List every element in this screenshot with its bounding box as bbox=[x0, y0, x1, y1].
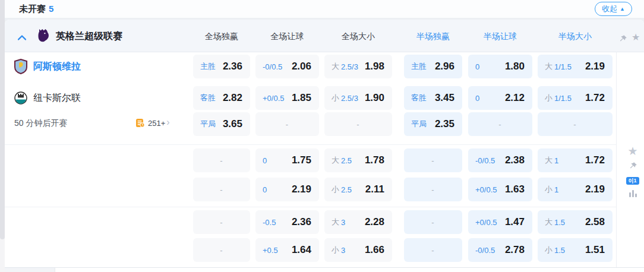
no-odds-dash: - bbox=[431, 185, 434, 194]
group-divider bbox=[5, 207, 616, 207]
odds-cell[interactable]: 小12.19 bbox=[538, 178, 613, 201]
stats-chart-icon[interactable] bbox=[629, 189, 637, 199]
odds-label: -0.5 bbox=[263, 218, 276, 227]
more-markets-link[interactable]: 251+ › bbox=[135, 118, 170, 128]
odds-cell[interactable]: 主胜2.96 bbox=[404, 55, 462, 78]
odds-cell[interactable]: 小1.51.51 bbox=[538, 238, 613, 262]
odds-cell-empty: - bbox=[538, 112, 613, 136]
odds-value: 1.90 bbox=[365, 92, 384, 104]
score-history-badge[interactable]: 0|1 bbox=[626, 177, 639, 185]
odds-row-draw: 50 分钟后开赛 251+ › 平局3.65 - - 平局2.35 - - bbox=[5, 112, 616, 136]
odds-cell[interactable]: 小2.52.11 bbox=[324, 178, 392, 201]
triangle-up-icon: ▲ bbox=[620, 7, 625, 12]
away-team-crest-icon bbox=[14, 91, 27, 105]
odds-label: 平局 bbox=[411, 119, 427, 129]
odds-cell[interactable]: 02.19 bbox=[255, 178, 319, 201]
odds-label: 0 bbox=[263, 156, 267, 165]
odds-cell-empty: - bbox=[468, 112, 532, 136]
odds-label: -0/0.5 bbox=[263, 62, 282, 71]
odds-cell[interactable]: +0/0.51.63 bbox=[468, 178, 532, 201]
left-scrollbar-track[interactable] bbox=[0, 0, 5, 272]
start-time-info: 50 分钟后开赛 bbox=[14, 118, 67, 129]
odds-cell[interactable]: 小2.5/31.90 bbox=[324, 86, 392, 110]
left-scrollbar-thumb[interactable] bbox=[0, 0, 5, 239]
column-header-full-1x2: 全场独赢 bbox=[193, 30, 250, 42]
column-header-full-handicap: 全场让球 bbox=[255, 30, 319, 42]
side-label: 大 bbox=[332, 155, 339, 166]
odds-cell[interactable]: +0/0.51.47 bbox=[468, 210, 532, 234]
odds-value: 2.06 bbox=[292, 61, 311, 72]
odds-cell[interactable]: 01.75 bbox=[255, 148, 319, 172]
odds-cell-empty: - bbox=[255, 112, 319, 136]
side-label: 小 bbox=[332, 93, 339, 103]
odds-value: 1.72 bbox=[585, 154, 605, 166]
odds-cell[interactable]: 主胜2.36 bbox=[193, 55, 250, 78]
odds-value: 1.63 bbox=[505, 184, 525, 195]
league-header: 英格兰超级联赛 全场独赢 全场让球 全场大小 半场独赢 半场让球 半场大小 ★ bbox=[5, 20, 644, 52]
odds-value: 1.78 bbox=[365, 154, 384, 166]
odds-cell-empty: - bbox=[324, 112, 392, 136]
odds-cell[interactable]: 02.12 bbox=[468, 86, 532, 110]
odds-value: 1.51 bbox=[585, 244, 605, 256]
odds-cell[interactable]: 小1/1.51.72 bbox=[538, 86, 613, 110]
odds-label: 1.5 bbox=[554, 218, 565, 227]
away-team[interactable]: 纽卡斯尔联 bbox=[14, 86, 81, 110]
odds-cell[interactable]: 客胜2.82 bbox=[193, 86, 250, 110]
odds-cell[interactable]: 大1/1.52.19 bbox=[538, 55, 613, 78]
odds-cell[interactable]: -0/0.52.78 bbox=[468, 238, 532, 262]
odds-cell[interactable]: 平局3.65 bbox=[193, 112, 250, 136]
side-label: 大 bbox=[545, 61, 553, 72]
odds-label: +0/0.5 bbox=[263, 94, 285, 103]
odds-cell[interactable]: -0.52.36 bbox=[255, 210, 319, 234]
odds-cell[interactable]: +0.51.64 bbox=[255, 238, 319, 262]
next-section-preview bbox=[5, 267, 644, 272]
away-team-name[interactable]: 纽卡斯尔联 bbox=[33, 92, 81, 105]
status-count: 5 bbox=[49, 4, 53, 14]
odds-label: 1/1.5 bbox=[554, 62, 572, 71]
odds-label: 0 bbox=[263, 185, 267, 194]
odds-label: +0/0.5 bbox=[475, 218, 497, 227]
side-label: 小 bbox=[545, 245, 553, 255]
odds-value: 1.72 bbox=[585, 92, 605, 104]
odds-cell[interactable]: 客胜3.45 bbox=[404, 86, 462, 110]
chevron-up-icon[interactable] bbox=[18, 32, 26, 43]
pin-icon[interactable] bbox=[618, 34, 627, 46]
odds-cell-empty: - bbox=[404, 148, 462, 172]
odds-cell[interactable]: 大2.51.78 bbox=[324, 148, 392, 172]
home-team-crest-icon bbox=[14, 59, 27, 74]
odds-label: 主胜 bbox=[200, 61, 216, 72]
odds-cell[interactable]: 大32.28 bbox=[324, 210, 392, 234]
odds-cell[interactable]: +0/0.51.85 bbox=[255, 86, 319, 110]
odds-cell[interactable]: 平局2.35 bbox=[404, 112, 462, 136]
odds-cell[interactable]: 小31.66 bbox=[324, 238, 392, 262]
status-filter-tab[interactable]: 未开赛5 bbox=[19, 4, 53, 15]
odds-value: 2.35 bbox=[435, 118, 454, 130]
collapse-button[interactable]: 收起 ▲ bbox=[595, 2, 632, 16]
odds-value: 2.11 bbox=[365, 184, 384, 195]
odds-label: 0 bbox=[475, 62, 479, 71]
odds-row-alt: - 01.75 大2.51.78 - -0/0.52.38 大11.72 bbox=[5, 148, 616, 172]
odds-value: 3.65 bbox=[223, 118, 242, 130]
no-odds-dash: - bbox=[220, 218, 222, 227]
odds-cell[interactable]: -0/0.52.06 bbox=[255, 55, 319, 78]
odds-cell[interactable]: 大11.72 bbox=[538, 148, 613, 172]
odds-label: 2.5/3 bbox=[341, 62, 358, 71]
odds-label: 3 bbox=[341, 218, 345, 227]
favorite-star-icon[interactable]: ★ bbox=[627, 146, 637, 157]
home-team[interactable]: 阿斯顿维拉 bbox=[14, 55, 81, 78]
status-label: 未开赛 bbox=[19, 4, 46, 14]
more-markets-count: 251+ bbox=[148, 119, 165, 128]
odds-cell[interactable]: 大1.52.58 bbox=[538, 210, 613, 234]
odds-cell[interactable]: 大2.5/31.98 bbox=[324, 55, 392, 78]
odds-cell[interactable]: -0/0.52.38 bbox=[468, 148, 532, 172]
odds-value: 1.75 bbox=[292, 154, 311, 166]
odds-value: 2.38 bbox=[505, 154, 525, 166]
odds-cell-empty: - bbox=[404, 178, 462, 201]
star-icon[interactable]: ★ bbox=[632, 33, 640, 42]
home-team-name[interactable]: 阿斯顿维拉 bbox=[33, 61, 81, 73]
odds-cell-empty: - bbox=[193, 238, 250, 262]
markets-sheet-icon bbox=[135, 118, 145, 128]
side-label: 大 bbox=[545, 217, 553, 227]
pin-icon[interactable] bbox=[629, 162, 637, 172]
odds-cell[interactable]: 01.80 bbox=[468, 55, 532, 78]
